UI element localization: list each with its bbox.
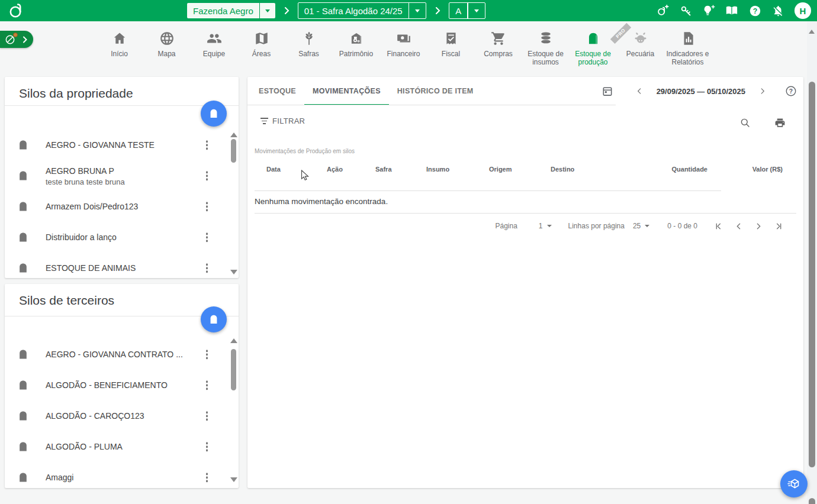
nav-item-financeiro[interactable]: Financeiro xyxy=(381,29,426,76)
item-menu-button[interactable] xyxy=(204,199,211,214)
item-menu-button[interactable] xyxy=(204,470,211,484)
nav-item-indicadores[interactable]: Indicadores e Relatórios xyxy=(665,29,710,76)
scroll-up-icon[interactable] xyxy=(809,30,815,34)
print-icon[interactable] xyxy=(772,115,787,130)
rows-per-page-select[interactable]: 25 xyxy=(633,222,649,230)
list-item[interactable]: ALGODÃO - CAROÇO123 xyxy=(5,400,239,431)
nav-item-safras[interactable]: Safras xyxy=(287,29,332,76)
nav-item-inicio[interactable]: Início xyxy=(97,29,142,76)
list-item[interactable]: AEGRO - GIOVANNA TESTE xyxy=(5,130,239,160)
column-header[interactable]: Destino xyxy=(551,166,619,173)
quick-movement-button[interactable] xyxy=(780,470,808,497)
item-menu-button[interactable] xyxy=(204,409,211,423)
column-header[interactable]: Data xyxy=(266,166,327,173)
item-subtitle: teste bruna teste bruna xyxy=(46,177,125,186)
item-menu-button[interactable] xyxy=(204,378,211,392)
farm-selector-value: Fazenda Aegro xyxy=(187,6,259,16)
nav-item-equipe[interactable]: Equipe xyxy=(192,29,237,76)
key-icon[interactable] xyxy=(679,4,692,17)
lightbulb-plus-icon[interactable] xyxy=(702,4,715,17)
add-third-party-silo-button[interactable] xyxy=(201,306,227,332)
scroll-down-icon[interactable] xyxy=(230,270,237,274)
list-item[interactable]: Armazem Dois/Pedro123 xyxy=(5,191,239,222)
nav-item-estoque-producao[interactable]: Estoque de produção xyxy=(571,29,616,76)
previous-period-button[interactable] xyxy=(632,83,647,99)
scroll-down-icon[interactable] xyxy=(230,477,237,482)
nav-item-patrimonio[interactable]: Patrimônio xyxy=(334,29,379,76)
item-menu-button[interactable] xyxy=(204,230,211,244)
money-icon xyxy=(396,29,411,48)
calendar-icon[interactable] xyxy=(600,83,615,99)
list-item[interactable]: ESTOQUE DE ANIMAIS xyxy=(5,253,239,278)
item-menu-button[interactable] xyxy=(204,169,211,183)
aegro-logo-icon[interactable] xyxy=(8,2,24,21)
nav-item-estoque-insumos[interactable]: Estoque de insumos xyxy=(523,29,568,76)
list-scrollbar[interactable] xyxy=(230,133,237,274)
season-selector[interactable]: 01 - Safra Algodão 24/25 xyxy=(298,2,426,19)
column-header[interactable]: Origem xyxy=(489,166,551,173)
pagination: Página 1 Linhas por página 25 0 - 0 de 0 xyxy=(495,221,784,231)
nav-item-mapa[interactable]: Mapa xyxy=(144,29,189,76)
account-selector[interactable]: A xyxy=(449,2,485,19)
page-scrollbar[interactable] xyxy=(807,21,817,504)
help-outline-icon[interactable]: ? xyxy=(783,83,799,99)
list-item[interactable]: Amaggi xyxy=(5,462,239,488)
previous-page-button[interactable] xyxy=(733,221,744,231)
scrollbar-thumb[interactable] xyxy=(809,82,815,467)
next-page-button[interactable] xyxy=(753,221,764,231)
list-item[interactable]: ALGODÃO - BENEFICIAMENTO xyxy=(5,370,239,400)
table-toolbar: FILTRAR xyxy=(247,105,803,140)
report-chart-icon xyxy=(680,29,696,48)
first-page-button[interactable] xyxy=(713,221,723,231)
tab-movimentacoes[interactable]: MOVIMENTAÇÕES xyxy=(304,77,389,105)
notifications-off-icon[interactable] xyxy=(771,4,784,17)
svg-text:?: ? xyxy=(789,88,793,95)
book-icon[interactable] xyxy=(725,4,738,17)
scroll-up-icon[interactable] xyxy=(230,133,237,137)
nav-item-pecuaria[interactable]: PRO Pecuária xyxy=(618,29,663,76)
avatar[interactable]: H xyxy=(795,2,811,19)
silo-icon xyxy=(17,441,29,453)
add-silo-button[interactable] xyxy=(201,101,227,127)
item-menu-button[interactable] xyxy=(204,261,211,275)
page-select[interactable]: 1 xyxy=(539,222,552,230)
list-item[interactable]: AEGRO BRUNA P teste bruna teste bruna xyxy=(5,160,239,191)
column-header[interactable]: Ação xyxy=(327,166,375,173)
list-item[interactable]: Distribuidor a lanço xyxy=(5,222,239,253)
item-menu-button[interactable] xyxy=(204,440,211,454)
svg-text:?: ? xyxy=(752,7,757,15)
next-period-button[interactable] xyxy=(755,83,770,99)
column-header[interactable]: Quantidade xyxy=(619,166,707,173)
filter-button[interactable]: FILTRAR xyxy=(260,117,305,125)
extension-overlay-pill[interactable] xyxy=(0,31,33,48)
third-party-silos-panel: Silos de terceiros AEGRO - GIOVANNA CONT… xyxy=(5,284,239,488)
scroll-up-icon[interactable] xyxy=(230,338,237,343)
nav-item-areas[interactable]: Áreas xyxy=(239,29,284,76)
tab-historico-de-item[interactable]: HISTÓRICO DE ITEM xyxy=(389,77,482,105)
referral-icon[interactable] xyxy=(656,4,669,17)
column-header[interactable]: Insumo xyxy=(426,166,489,173)
filter-icon xyxy=(260,118,268,124)
list-item[interactable]: AEGRO - GIOVANNA CONTRATO ... xyxy=(5,339,239,370)
search-icon[interactable] xyxy=(737,115,752,130)
list-scrollbar[interactable] xyxy=(230,338,237,482)
date-range-value[interactable]: 29/09/2025 — 05/10/2025 xyxy=(647,87,755,96)
item-menu-button[interactable] xyxy=(204,347,211,361)
scrollbar-thumb[interactable] xyxy=(231,139,236,163)
season-selector-value: 01 - Safra Algodão 24/25 xyxy=(298,6,408,16)
last-page-button[interactable] xyxy=(773,221,784,231)
barn-tractor-icon xyxy=(349,29,364,48)
divider xyxy=(467,2,468,19)
scrollbar-thumb[interactable] xyxy=(231,349,236,390)
nav-item-fiscal[interactable]: Fiscal xyxy=(429,29,474,76)
help-icon[interactable]: ? xyxy=(748,4,761,17)
farm-selector[interactable]: Fazenda Aegro xyxy=(187,3,275,18)
tab-estoque[interactable]: ESTOQUE xyxy=(250,77,304,105)
map-icon xyxy=(254,29,269,48)
item-menu-button[interactable] xyxy=(204,138,211,152)
column-header[interactable]: Valor (R$) xyxy=(707,166,783,173)
page-label: Página xyxy=(495,222,517,230)
column-header[interactable]: Safra xyxy=(375,166,426,173)
list-item[interactable]: ALGODÃO - PLUMA xyxy=(5,431,239,462)
nav-item-compras[interactable]: Compras xyxy=(476,29,521,76)
